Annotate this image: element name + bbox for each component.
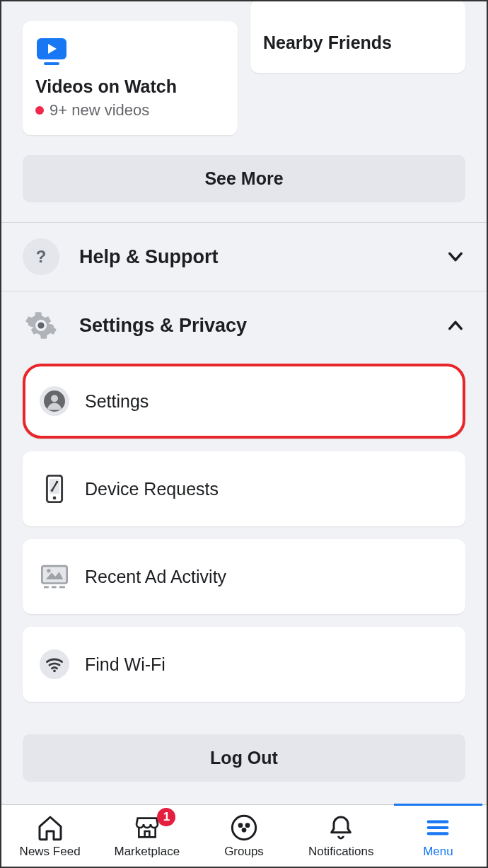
home-icon — [36, 814, 64, 842]
wifi-icon — [40, 649, 69, 679]
svg-point-4 — [37, 322, 44, 328]
tab-groups[interactable]: Groups — [195, 805, 292, 867]
svg-rect-12 — [42, 566, 66, 583]
see-more-button[interactable]: See More — [23, 155, 465, 202]
image-icon — [40, 562, 69, 591]
marketplace-badge: 1 — [157, 808, 175, 826]
shortcut-watch-title: Videos on Watch — [35, 76, 225, 97]
chevron-up-icon — [446, 316, 465, 335]
tab-label: News Feed — [20, 845, 81, 859]
person-icon — [40, 386, 69, 416]
svg-point-18 — [53, 669, 56, 672]
section-help-support[interactable]: ? Help & Support — [1, 223, 487, 291]
shortcut-watch-subtitle: 9+ new videos — [50, 101, 149, 120]
svg-point-10 — [51, 490, 54, 492]
tab-label: Groups — [224, 845, 264, 859]
svg-point-11 — [56, 481, 59, 484]
section-settings-privacy[interactable]: Settings & Privacy — [1, 291, 487, 359]
new-indicator-dot — [35, 106, 44, 115]
settings-item-recent-ad[interactable]: Recent Ad Activity — [23, 539, 465, 614]
tab-news-feed[interactable]: News Feed — [1, 805, 98, 867]
tab-label: Menu — [423, 845, 453, 859]
tab-label: Notifications — [308, 845, 374, 859]
svg-point-21 — [245, 823, 250, 828]
settings-item-find-wifi[interactable]: Find Wi-Fi — [23, 627, 465, 702]
tab-label: Marketplace — [115, 845, 180, 859]
settings-label: Settings — [85, 391, 149, 412]
shortcut-watch[interactable]: Videos on Watch 9+ new videos — [23, 21, 238, 135]
svg-point-8 — [53, 497, 57, 500]
device-icon — [40, 474, 69, 504]
device-requests-label: Device Requests — [85, 479, 219, 499]
logout-button[interactable]: Log Out — [23, 734, 465, 782]
find-wifi-label: Find Wi-Fi — [85, 654, 165, 675]
svg-point-22 — [242, 828, 247, 833]
help-icon: ? — [23, 238, 59, 275]
section-help-title: Help & Support — [79, 246, 426, 268]
gear-icon — [23, 307, 59, 344]
tab-notifications[interactable]: Notifications — [293, 805, 390, 867]
settings-item-device-requests[interactable]: Device Requests — [23, 451, 465, 526]
svg-point-6 — [51, 395, 58, 402]
settings-item-settings[interactable]: Settings — [23, 364, 465, 439]
section-settings-title: Settings & Privacy — [79, 315, 426, 337]
groups-icon — [230, 814, 258, 842]
watch-icon — [35, 35, 68, 68]
svg-point-20 — [238, 823, 243, 828]
svg-point-14 — [47, 569, 50, 572]
bell-icon — [327, 814, 355, 842]
recent-ad-label: Recent Ad Activity — [85, 567, 226, 587]
shortcut-nearby-friends[interactable]: Nearby Friends — [250, 0, 465, 73]
svg-rect-2 — [44, 62, 59, 65]
tab-marketplace[interactable]: 1 Marketplace — [98, 805, 195, 867]
tab-bar: News Feed 1 Marketplace Groups Notificat… — [1, 804, 487, 867]
svg-text:?: ? — [36, 248, 47, 266]
tab-menu[interactable]: Menu — [390, 805, 487, 867]
menu-icon — [424, 814, 452, 842]
active-indicator — [394, 804, 482, 806]
shortcut-nearby-title: Nearby Friends — [263, 33, 453, 53]
chevron-down-icon — [446, 247, 465, 267]
